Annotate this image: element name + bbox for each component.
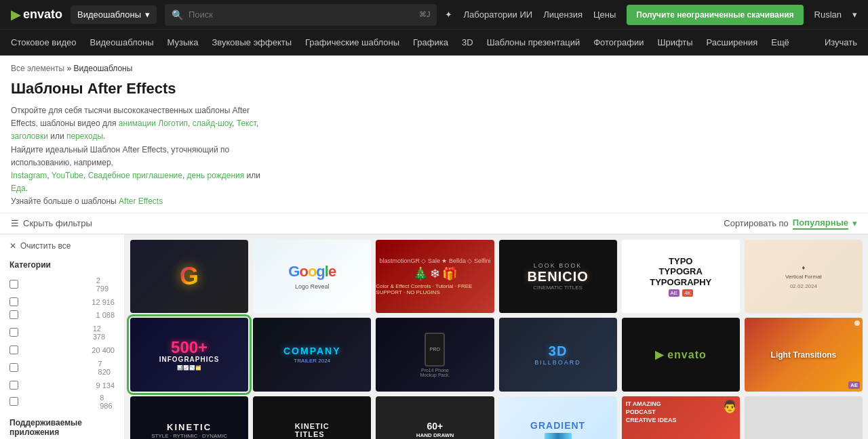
sort-value[interactable]: Популярные bbox=[793, 217, 848, 230]
breadcrumb-parent[interactable]: Все элементы bbox=[11, 64, 64, 73]
category-item-1[interactable]: Пакеты репортажей 2 799 bbox=[9, 275, 115, 294]
category-label-4[interactable]: Заставки логотипов bbox=[9, 323, 93, 342]
category-checkbox-6[interactable] bbox=[9, 363, 18, 372]
category-item-8[interactable]: Видеодемонстрации 8 986 bbox=[9, 394, 115, 410]
link-slideshow[interactable]: слайд-шоу bbox=[193, 119, 232, 128]
category-label-3[interactable]: Инфографика bbox=[9, 310, 75, 320]
nav-3d[interactable]: 3D bbox=[462, 37, 473, 47]
grid-item-phone[interactable]: PRO Pro14 PhoneMockup Pack. bbox=[376, 318, 494, 392]
category-label-8[interactable]: Видеодемонстрации bbox=[9, 397, 100, 406]
link-youtube[interactable]: YouTube bbox=[52, 171, 83, 180]
category-label-6[interactable]: Рекламные материалы bbox=[9, 358, 98, 377]
grid-item-company[interactable]: COMPANY TRAILER 2024 bbox=[253, 318, 371, 392]
grid-item-podcast[interactable]: IT AMAZINGPODCASTCREATIVE IDEAS 👨 bbox=[622, 396, 740, 439]
ai-lab-link[interactable]: Лаборатории ИИ bbox=[463, 9, 532, 20]
category-label-5[interactable]: Вступления bbox=[9, 346, 66, 355]
card-gradient-text: GRADIENT bbox=[530, 420, 585, 431]
category-item-7[interactable]: Заголовки 9 134 bbox=[9, 381, 115, 390]
category-label-2[interactable]: Элементы bbox=[9, 297, 61, 307]
nav-graphics[interactable]: Графика bbox=[413, 37, 448, 47]
nav-graphic-templates[interactable]: Графические шаблоны bbox=[305, 37, 399, 47]
card-google-sub: Logo Reveal bbox=[295, 283, 330, 290]
nav-more[interactable]: Ещё bbox=[771, 37, 789, 47]
category-checkbox-7[interactable] bbox=[9, 381, 18, 390]
grid-row-1: G Google Logo Reveal blastmotionGR ◇ Sal… bbox=[130, 240, 863, 314]
grid-item-light-transitions[interactable]: Light Transitions AE bbox=[745, 318, 863, 392]
link-food[interactable]: Еда bbox=[11, 184, 26, 193]
link-transitions[interactable]: переходы bbox=[66, 131, 103, 141]
card-titles-top: LOOK BOOK bbox=[534, 262, 583, 269]
link-wedding[interactable]: Свадебное приглашение bbox=[88, 171, 182, 180]
card-podcast-text: IT AMAZINGPODCASTCREATIVE IDEAS bbox=[626, 400, 677, 424]
link-birthday[interactable]: день рождения bbox=[187, 171, 245, 180]
grid-item-envato[interactable]: ▶ envato bbox=[622, 318, 740, 392]
nav-fonts[interactable]: Шрифты bbox=[657, 37, 692, 47]
grid-row-3: KINETIC STYLE · RYTHMIC · DYNAMIC TYPOGR… bbox=[130, 396, 863, 439]
category-label-1[interactable]: Пакеты репортажей bbox=[9, 275, 96, 294]
search-bar[interactable]: 🔍 ⌘J bbox=[165, 4, 437, 26]
user-name[interactable]: Ruslan bbox=[814, 9, 842, 20]
category-checkbox-3[interactable] bbox=[9, 310, 18, 319]
nav-sound-effects[interactable]: Звуковые эффекты bbox=[212, 37, 292, 47]
hide-filters-button[interactable]: ☰ Скрыть фильтры bbox=[11, 218, 92, 228]
category-item-6[interactable]: Рекламные материалы 7 820 bbox=[9, 358, 115, 377]
card-titles-sub: CINEMATIC TITLES bbox=[533, 285, 583, 291]
card-handdrawn-sub: HAND DRAWNDESIGN ELEMENTS bbox=[409, 432, 460, 439]
search-input[interactable] bbox=[189, 9, 414, 20]
card-light-badge: AE bbox=[848, 381, 860, 389]
link-text[interactable]: Текст bbox=[237, 119, 256, 128]
grid-item-titles[interactable]: LOOK BOOK BENICIO CINEMATIC TITLES bbox=[499, 240, 617, 314]
category-checkbox-4[interactable] bbox=[9, 328, 18, 337]
category-checkbox-5[interactable] bbox=[9, 346, 18, 354]
grid-item-g-logo[interactable]: G bbox=[130, 240, 248, 314]
category-item-3[interactable]: Инфографика 1 088 bbox=[9, 310, 115, 320]
category-item-4[interactable]: Заставки логотипов 12 378 bbox=[9, 323, 115, 342]
category-checkbox-8[interactable] bbox=[9, 397, 18, 406]
clear-all-button[interactable]: ✕ Очистить все bbox=[9, 241, 115, 251]
pricing-link[interactable]: Цены bbox=[593, 9, 616, 20]
category-item-2[interactable]: Элементы 12 916 bbox=[9, 297, 115, 307]
nav-music[interactable]: Музыка bbox=[167, 37, 199, 47]
card-gradient-bar bbox=[545, 433, 572, 439]
card-typo-badges: AE 4K bbox=[669, 289, 693, 297]
link-titles[interactable]: заголовки bbox=[11, 131, 48, 141]
license-link[interactable]: Лицензия bbox=[543, 9, 583, 20]
top-navigation: ▶ envato Видеошаблоны ▾ 🔍 ⌘J ✦ Лаборатор… bbox=[0, 0, 868, 30]
grid-item-gradient[interactable]: GRADIENT 🦋 bbox=[499, 396, 617, 439]
grid-item-wedding[interactable]: ♦Vertical Format 02.02.2024 bbox=[745, 240, 863, 314]
nav-photos[interactable]: Фотографии bbox=[593, 37, 644, 47]
sort-chevron-icon[interactable]: ▾ bbox=[852, 218, 857, 228]
link-logo-animation[interactable]: анимации Логотип bbox=[119, 119, 188, 128]
link-instagram[interactable]: Instagram bbox=[11, 171, 47, 180]
envato-logo[interactable]: ▶ envato bbox=[11, 7, 62, 22]
card-google-g: Google bbox=[288, 263, 336, 280]
grid-item-google[interactable]: Google Logo Reveal bbox=[253, 240, 371, 314]
nav-extensions[interactable]: Расширения bbox=[707, 37, 758, 47]
grid-item-kinetic[interactable]: KINETIC STYLE · RYTHMIC · DYNAMIC TYPOGR… bbox=[130, 396, 248, 439]
filters-bar: ☰ Скрыть фильтры Сортировать по Популярн… bbox=[0, 213, 868, 234]
card-light-dot bbox=[854, 320, 860, 326]
grid-item-xmas[interactable]: blastmotionGR ◇ Sale ★ Bellda ◇ Selfini … bbox=[376, 240, 494, 314]
card-xmas-top: blastmotionGR ◇ Sale ★ Bellda ◇ Selfini bbox=[379, 257, 490, 264]
nav-learn[interactable]: Изучать bbox=[825, 37, 857, 47]
cta-button[interactable]: Получите неограниченные скачивания bbox=[627, 5, 803, 25]
category-label-7[interactable]: Заголовки bbox=[9, 381, 60, 390]
card-3d-sub: BILLBOARD bbox=[534, 359, 581, 366]
category-checkbox-2[interactable] bbox=[9, 297, 18, 306]
grid-item-infographics[interactable]: 500+ INFOGRAPHICS 📊📈📉🗂️ bbox=[130, 318, 248, 392]
spark-icon: ✦ bbox=[445, 9, 452, 20]
link-ae-learn[interactable]: After Effects bbox=[119, 196, 163, 206]
category-checkbox-1[interactable] bbox=[9, 280, 18, 289]
grid-item-typo[interactable]: TYPOTYPOGRATYPOGRAPHY AE 4K bbox=[622, 240, 740, 314]
nav-stock-video[interactable]: Стоковое видео bbox=[11, 37, 77, 47]
nav-video-templates[interactable]: Видеошаблоны bbox=[90, 37, 154, 47]
page-header: Все элементы » Видеошаблоны Шаблоны Afte… bbox=[0, 56, 868, 213]
card-light-text: Light Transitions bbox=[771, 350, 837, 360]
nav-presentation-templates[interactable]: Шаблоны презентаций bbox=[487, 37, 580, 47]
category-item-5[interactable]: Вступления 20 400 bbox=[9, 346, 115, 355]
grid-item-3d[interactable]: 3D BILLBOARD bbox=[499, 318, 617, 392]
card-envato-text: ▶ envato bbox=[655, 348, 707, 361]
grid-item-titles2[interactable]: KINETICTITLES AMAZING CITY bbox=[253, 396, 371, 439]
grid-item-handdrawn[interactable]: 60+ HAND DRAWNDESIGN ELEMENTS bbox=[376, 396, 494, 439]
category-dropdown[interactable]: Видеошаблоны ▾ bbox=[71, 5, 157, 24]
